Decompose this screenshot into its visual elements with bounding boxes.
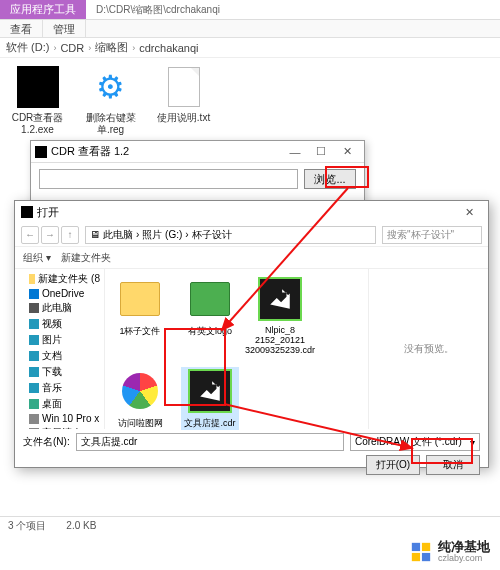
file-item[interactable]: 访问啦图网: [111, 367, 169, 430]
tree-item[interactable]: 视频: [15, 316, 104, 332]
address-bar[interactable]: 软件 (D:)› CDR› 缩略图› cdrchakanqi: [0, 38, 500, 58]
filetype-dropdown[interactable]: CorelDRAW 文件 (*.cdr)▾: [350, 433, 480, 451]
file-txt[interactable]: 使用说明.txt: [156, 66, 211, 145]
dialog-toolbar: 组织 ▾ 新建文件夹: [15, 247, 488, 269]
svg-rect-2: [412, 543, 420, 551]
breadcrumb[interactable]: 🖥 此电脑› 照片 (G:)› 杯子设计: [85, 226, 376, 244]
tree-item[interactable]: 音乐: [15, 380, 104, 396]
tab-app-tools[interactable]: 应用程序工具: [0, 0, 86, 19]
exe-icon: [17, 66, 59, 108]
thumb-label: Nlpic_8 2152_20121 32009325239.cdr: [245, 325, 315, 355]
path-input[interactable]: [39, 169, 298, 189]
tree-item[interactable]: 新建文件夹 (8: [15, 271, 104, 287]
crumb[interactable]: 此电脑: [103, 228, 133, 242]
cdr-icon: [188, 369, 232, 413]
back-button[interactable]: ←: [21, 226, 39, 244]
thumb-label: 有英文logo: [188, 325, 232, 338]
search-input[interactable]: 搜索"杯子设计": [382, 226, 482, 244]
crumb[interactable]: 照片 (G:): [142, 228, 182, 242]
folder-item[interactable]: 有英文logo: [181, 275, 239, 355]
folder-tree[interactable]: 新建文件夹 (8 OneDrive 此电脑 视频 图片 文档 下载 音乐 桌面 …: [15, 269, 105, 429]
svg-rect-4: [412, 553, 420, 561]
watermark-logo-icon: [410, 541, 432, 563]
browse-button[interactable]: 浏览...: [304, 169, 356, 189]
folder-item[interactable]: 1杯子文件: [111, 275, 169, 355]
window-titlebar[interactable]: CDR 查看器 1.2 — ☐ ✕: [31, 141, 364, 163]
tree-item[interactable]: 此电脑: [15, 300, 104, 316]
tree-item[interactable]: 图片: [15, 332, 104, 348]
watermark-url: czlaby.com: [438, 554, 490, 564]
file-label: CDR查看器1.2.exe: [10, 112, 65, 136]
svg-rect-3: [422, 543, 430, 551]
status-bar: 3 个项目 2.0 KB: [0, 516, 500, 534]
chevron-down-icon: ▾: [470, 437, 475, 448]
filename-label: 文件名(N):: [23, 435, 70, 449]
thumb-label: 文具店提.cdr: [184, 417, 235, 430]
addr-seg[interactable]: cdrchakanqi: [139, 42, 198, 54]
file-label: 删除右键菜单.reg: [83, 112, 138, 136]
file-grid: 1杯子文件 有英文logo Nlpic_8 2152_20121 3200932…: [105, 269, 368, 429]
dialog-nav: ← → ↑ 🖥 此电脑› 照片 (G:)› 杯子设计 搜索"杯子设计": [15, 223, 488, 247]
thumb-label: 1杯子文件: [119, 325, 160, 338]
file-item[interactable]: Nlpic_8 2152_20121 32009325239.cdr: [251, 275, 309, 355]
tree-item[interactable]: 桌面: [15, 396, 104, 412]
addr-seg[interactable]: 软件 (D:): [6, 40, 49, 55]
tab-view[interactable]: 查看: [0, 20, 43, 37]
organize-menu[interactable]: 组织 ▾: [23, 251, 51, 265]
dialog-footer: 文件名(N): CorelDRAW 文件 (*.cdr)▾ 打开(O) 取消: [15, 429, 488, 467]
close-button[interactable]: ✕: [334, 143, 360, 161]
file-reg[interactable]: ⚙ 删除右键菜单.reg: [83, 66, 138, 145]
tree-item[interactable]: 文档: [15, 348, 104, 364]
up-button[interactable]: ↑: [61, 226, 79, 244]
ribbon-subtabs: 查看 管理: [0, 20, 500, 38]
path-display: D:\CDR\缩略图\cdrchakanqi: [86, 1, 230, 19]
new-folder-button[interactable]: 新建文件夹: [61, 251, 111, 265]
maximize-button[interactable]: ☐: [308, 143, 334, 161]
preview-pane: 没有预览。: [368, 269, 488, 429]
close-button[interactable]: ✕: [456, 203, 482, 221]
tab-manage[interactable]: 管理: [43, 20, 86, 37]
filename-input[interactable]: [76, 433, 344, 451]
tree-item[interactable]: 宝贝清仓: [15, 425, 104, 429]
thumb-label: 访问啦图网: [118, 417, 163, 430]
tree-item[interactable]: Win 10 Pro x: [15, 412, 104, 425]
tree-item[interactable]: OneDrive: [15, 287, 104, 300]
dialog-titlebar[interactable]: 打开 ✕: [15, 201, 488, 223]
minimize-button[interactable]: —: [282, 143, 308, 161]
watermark: 纯净基地 czlaby.com: [0, 534, 500, 570]
status-items: 3 个项目: [8, 519, 46, 533]
forward-button[interactable]: →: [41, 226, 59, 244]
crumb[interactable]: 杯子设计: [192, 228, 232, 242]
reg-icon: ⚙: [96, 68, 125, 106]
addr-seg[interactable]: 缩略图: [95, 40, 128, 55]
cancel-button[interactable]: 取消: [426, 455, 480, 475]
ribbon-tabs: 应用程序工具 D:\CDR\缩略图\cdrchakanqi: [0, 0, 500, 20]
dialog-icon: [21, 206, 33, 218]
file-item-selected[interactable]: 文具店提.cdr: [181, 367, 239, 430]
pc-icon: 🖥: [90, 229, 100, 240]
tree-item[interactable]: 下载: [15, 364, 104, 380]
file-label: 使用说明.txt: [157, 112, 210, 124]
file-exe[interactable]: CDR查看器1.2.exe: [10, 66, 65, 145]
svg-rect-5: [422, 553, 430, 561]
window-title: CDR 查看器 1.2: [51, 144, 129, 159]
status-size: 2.0 KB: [66, 520, 96, 531]
watermark-title: 纯净基地: [438, 540, 490, 554]
app-icon: [35, 146, 47, 158]
open-button[interactable]: 打开(O): [366, 455, 420, 475]
addr-seg[interactable]: CDR: [60, 42, 84, 54]
dialog-title: 打开: [37, 205, 59, 220]
wheel-icon: [122, 373, 158, 409]
txt-icon: [168, 67, 200, 107]
cdr-icon: [258, 277, 302, 321]
dialog-open: 打开 ✕ ← → ↑ 🖥 此电脑› 照片 (G:)› 杯子设计 搜索"杯子设计"…: [14, 200, 489, 468]
file-grid: CDR查看器1.2.exe ⚙ 删除右键菜单.reg 使用说明.txt: [0, 58, 500, 153]
